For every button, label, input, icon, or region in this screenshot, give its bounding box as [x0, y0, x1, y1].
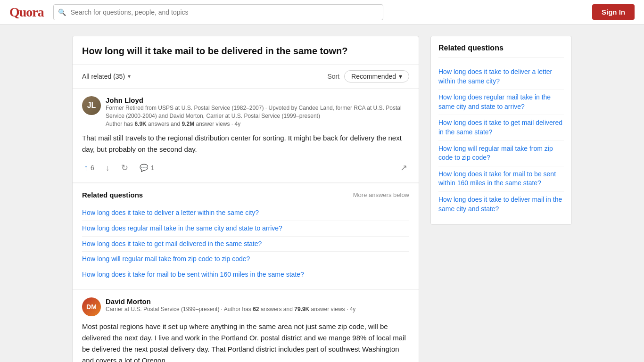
- related-link[interactable]: How long does it take for mail to be sen…: [82, 267, 409, 282]
- all-related-label: All related (35): [82, 73, 125, 80]
- avatar: JL: [82, 96, 101, 115]
- search-icon: 🔍: [58, 8, 66, 16]
- chevron-down-icon: ▾: [128, 73, 131, 80]
- sidebar-related-link[interactable]: How long does it take to deliver a lette…: [438, 64, 564, 90]
- sidebar-related-link[interactable]: How long will regular mail take from zip…: [438, 141, 564, 166]
- comment-count: 1: [151, 164, 155, 172]
- more-answers-below: More answers below: [353, 191, 409, 198]
- sort-value: Recommended: [351, 73, 396, 80]
- author-name[interactable]: David Morton: [106, 297, 355, 305]
- author-info: John Lloyd Former Retired from USPS at U…: [106, 96, 409, 128]
- author-name[interactable]: John Lloyd: [106, 96, 409, 104]
- refresh-button[interactable]: ↻: [119, 161, 130, 175]
- share-icon: ↗: [400, 163, 407, 173]
- upvote-button[interactable]: ↑ 6: [82, 161, 96, 175]
- quora-logo: Quora: [9, 5, 44, 20]
- sidebar-related-link[interactable]: How long does it take for mail to be sen…: [438, 166, 564, 192]
- author-bio: Former Retired from USPS at U.S. Postal …: [106, 104, 409, 128]
- main-content: How long will it take mail to be deliver…: [72, 36, 419, 362]
- avatar-image: DM: [82, 297, 101, 316]
- avatar-image: JL: [82, 96, 101, 115]
- sort-section: Sort Recommended ▾: [327, 70, 409, 82]
- sidebar: Related questions How long does it take …: [430, 36, 572, 362]
- page-container: How long will it take mail to be deliver…: [63, 25, 581, 362]
- header-right: Sign In: [592, 4, 635, 20]
- related-link[interactable]: How long will regular mail take from zip…: [82, 252, 409, 267]
- author-bio: Carrier at U.S. Postal Service (1999–pre…: [106, 305, 355, 313]
- comment-button[interactable]: 💬 1: [138, 162, 157, 174]
- refresh-icon: ↻: [121, 163, 128, 173]
- sidebar-card: Related questions How long does it take …: [430, 36, 572, 225]
- sign-in-button[interactable]: Sign In: [592, 4, 635, 20]
- sidebar-related-link[interactable]: How long does it take to get mail delive…: [438, 115, 564, 140]
- time-ago: 4y: [235, 121, 241, 127]
- sort-dropdown[interactable]: Recommended ▾: [344, 70, 409, 82]
- sort-label: Sort: [327, 73, 339, 80]
- search-input[interactable]: [53, 4, 383, 20]
- upvote-count: 6: [91, 164, 94, 172]
- chevron-down-icon: ▾: [399, 73, 402, 80]
- downvote-button[interactable]: ↓: [104, 161, 112, 175]
- answer-actions: ↑ 6 ↓ ↻ 💬 1 ↗: [82, 161, 409, 175]
- comment-icon: 💬: [140, 164, 149, 172]
- avatar: DM: [82, 297, 101, 316]
- answers-count: 62: [253, 306, 259, 313]
- views-count: 79.9K: [294, 306, 309, 313]
- answer-author: JL John Lloyd Former Retired from USPS a…: [82, 96, 409, 128]
- question-title: How long will it take mail to be deliver…: [73, 36, 419, 65]
- time-ago: 4y: [350, 306, 356, 313]
- sidebar-related-link[interactable]: How long does it take to deliver mail in…: [438, 192, 564, 217]
- answer-text: Most postal regions have it set up where…: [82, 321, 409, 362]
- views-count: 9.2M: [182, 121, 194, 127]
- all-related-dropdown[interactable]: All related (35) ▾: [82, 73, 131, 80]
- author-info: David Morton Carrier at U.S. Postal Serv…: [106, 297, 355, 313]
- related-inline-header: Related questions More answers below: [82, 191, 409, 199]
- related-link[interactable]: How long does it take to deliver a lette…: [82, 206, 409, 221]
- sidebar-related-link[interactable]: How long does regular mail take in the s…: [438, 90, 564, 115]
- question-card: How long will it take mail to be deliver…: [72, 36, 419, 362]
- downvote-icon: ↓: [106, 163, 110, 173]
- sidebar-title: Related questions: [438, 44, 564, 58]
- related-link[interactable]: How long does regular mail take in the s…: [82, 221, 409, 237]
- answer-item: DM David Morton Carrier at U.S. Postal S…: [73, 289, 419, 362]
- upvote-icon: ↑: [84, 163, 88, 173]
- related-inline-title: Related questions: [82, 191, 143, 199]
- answer-author: DM David Morton Carrier at U.S. Postal S…: [82, 297, 409, 316]
- answers-count: 6.9K: [134, 121, 146, 127]
- answer-item: JL John Lloyd Former Retired from USPS a…: [73, 89, 419, 183]
- header: Quora 🔍 Sign In: [0, 0, 644, 25]
- search-bar-container: 🔍: [53, 4, 383, 20]
- answer-text: That mail still travels to the regional …: [82, 132, 409, 155]
- answers-header: All related (35) ▾ Sort Recommended ▾: [73, 65, 419, 89]
- related-link[interactable]: How long does it take to get mail delive…: [82, 237, 409, 252]
- related-questions-inline: Related questions More answers below How…: [73, 183, 419, 289]
- share-button[interactable]: ↗: [398, 161, 409, 175]
